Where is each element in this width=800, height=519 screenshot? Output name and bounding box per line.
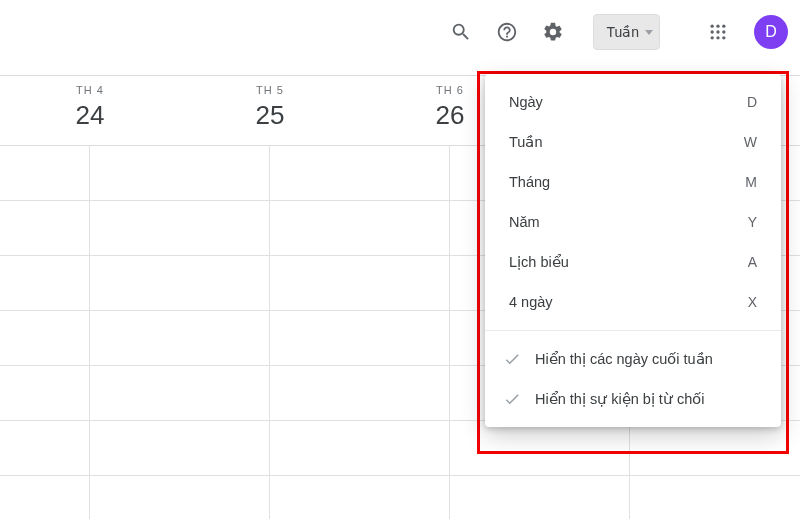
menu-item-label: Tháng — [509, 174, 745, 190]
time-slot[interactable] — [450, 421, 630, 476]
menu-item-4days[interactable]: 4 ngày X — [485, 282, 781, 322]
time-slot[interactable] — [270, 476, 450, 519]
search-icon[interactable] — [441, 12, 481, 52]
toolbar: Tuần D — [0, 0, 800, 64]
time-slot[interactable] — [450, 476, 630, 519]
svg-point-5 — [722, 30, 725, 33]
day-number: 24 — [0, 100, 180, 131]
day-header[interactable]: TH 5 25 — [180, 76, 360, 145]
svg-point-8 — [722, 36, 725, 39]
day-number: 25 — [180, 100, 360, 131]
svg-point-1 — [716, 25, 719, 28]
menu-item-label: Lịch biểu — [509, 254, 748, 270]
time-slot[interactable] — [270, 146, 450, 201]
day-of-week: TH 4 — [0, 84, 180, 96]
time-slot[interactable] — [270, 366, 450, 421]
time-slot[interactable] — [270, 421, 450, 476]
menu-item-shortcut: M — [745, 174, 757, 190]
check-icon — [503, 350, 521, 368]
caret-down-icon — [645, 30, 653, 35]
menu-item-shortcut: X — [748, 294, 757, 310]
time-slot[interactable] — [90, 201, 270, 256]
svg-point-4 — [716, 30, 719, 33]
menu-item-label: 4 ngày — [509, 294, 748, 310]
time-slot[interactable] — [90, 146, 270, 201]
menu-item-shortcut: A — [748, 254, 757, 270]
time-slot[interactable] — [270, 256, 450, 311]
menu-separator — [485, 330, 781, 331]
check-icon — [503, 390, 521, 408]
svg-point-6 — [711, 36, 714, 39]
menu-item-year[interactable]: Năm Y — [485, 202, 781, 242]
menu-item-schedule[interactable]: Lịch biểu A — [485, 242, 781, 282]
svg-point-3 — [711, 30, 714, 33]
menu-check-label: Hiển thị các ngày cuối tuần — [535, 351, 713, 367]
day-header[interactable]: TH 4 24 — [0, 76, 180, 145]
time-slot[interactable] — [630, 476, 800, 519]
menu-item-label: Ngày — [509, 94, 747, 110]
time-gutter — [0, 366, 90, 421]
svg-point-7 — [716, 36, 719, 39]
view-switcher-button[interactable]: Tuần — [593, 14, 660, 50]
settings-icon[interactable] — [533, 12, 573, 52]
menu-check-show-weekends[interactable]: Hiển thị các ngày cuối tuần — [485, 339, 781, 379]
time-gutter — [0, 146, 90, 201]
time-gutter — [0, 421, 90, 476]
time-gutter — [0, 256, 90, 311]
menu-item-label: Tuần — [509, 134, 744, 150]
time-slot[interactable] — [270, 311, 450, 366]
menu-item-shortcut: W — [744, 134, 757, 150]
time-gutter — [0, 476, 90, 519]
time-gutter — [0, 201, 90, 256]
time-slot[interactable] — [90, 421, 270, 476]
avatar[interactable]: D — [754, 15, 788, 49]
view-menu: Ngày D Tuần W Tháng M Năm Y Lịch biểu A … — [485, 74, 781, 427]
menu-item-label: Năm — [509, 214, 748, 230]
help-icon[interactable] — [487, 12, 527, 52]
time-slot[interactable] — [90, 256, 270, 311]
day-of-week: TH 5 — [180, 84, 360, 96]
view-switcher-label: Tuần — [606, 24, 639, 40]
menu-check-show-declined[interactable]: Hiển thị sự kiện bị từ chối — [485, 379, 781, 419]
time-slot[interactable] — [630, 421, 800, 476]
menu-item-week[interactable]: Tuần W — [485, 122, 781, 162]
menu-check-label: Hiển thị sự kiện bị từ chối — [535, 391, 704, 407]
menu-item-shortcut: D — [747, 94, 757, 110]
svg-point-2 — [722, 25, 725, 28]
menu-item-day[interactable]: Ngày D — [485, 82, 781, 122]
avatar-initial: D — [765, 23, 777, 41]
apps-icon[interactable] — [698, 12, 738, 52]
time-slot[interactable] — [90, 366, 270, 421]
menu-item-month[interactable]: Tháng M — [485, 162, 781, 202]
menu-item-shortcut: Y — [748, 214, 757, 230]
time-slot[interactable] — [90, 311, 270, 366]
time-gutter — [0, 311, 90, 366]
time-slot[interactable] — [270, 201, 450, 256]
time-slot[interactable] — [90, 476, 270, 519]
svg-point-0 — [711, 25, 714, 28]
